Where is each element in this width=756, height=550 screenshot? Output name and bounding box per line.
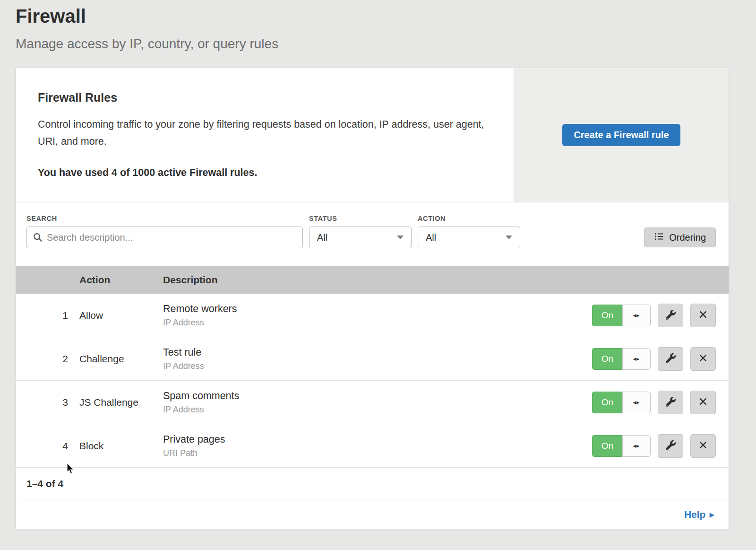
ordering-list-icon bbox=[654, 231, 664, 244]
rule-number: 3 bbox=[16, 397, 68, 408]
rule-description-title: Test rule bbox=[163, 347, 592, 358]
ordering-label: Ordering bbox=[669, 232, 706, 243]
toggle-on-label[interactable]: On bbox=[592, 348, 622, 370]
close-icon bbox=[698, 310, 708, 321]
chevron-down-icon bbox=[397, 236, 404, 239]
status-label: STATUS bbox=[309, 215, 412, 222]
action-label: ACTION bbox=[418, 215, 520, 222]
close-icon bbox=[698, 440, 708, 451]
edit-rule-button[interactable] bbox=[658, 304, 683, 327]
rule-match-type: IP Address bbox=[163, 405, 592, 415]
rule-description: Spam comments IP Address bbox=[163, 390, 592, 415]
rule-controls: On ◂▸ bbox=[592, 391, 716, 414]
section-description: Control incoming traffic to your zone by… bbox=[38, 116, 487, 150]
toggle-arrows-icon[interactable]: ◂▸ bbox=[622, 348, 651, 370]
rule-match-type: IP Address bbox=[163, 318, 592, 328]
intro-text: Firewall Rules Control incoming traffic … bbox=[16, 68, 514, 202]
page-header: Firewall Manage access by IP, country, o… bbox=[0, 0, 756, 52]
section-title: Firewall Rules bbox=[38, 91, 495, 105]
action-filter-group: ACTION All bbox=[418, 215, 520, 248]
delete-rule-button[interactable] bbox=[690, 391, 716, 414]
rule-description-title: Remote workers bbox=[163, 303, 592, 315]
toggle-on-label[interactable]: On bbox=[592, 392, 622, 413]
rule-action: JS Challenge bbox=[79, 397, 163, 408]
table-header: Action Description bbox=[16, 266, 729, 294]
usage-summary: You have used 4 of 1000 active Firewall … bbox=[38, 167, 495, 179]
rule-description: Private pages URI Path bbox=[163, 434, 592, 458]
search-icon bbox=[33, 232, 43, 244]
card-footer: Help ▸ bbox=[16, 500, 729, 529]
rule-toggle[interactable]: On ◂▸ bbox=[592, 348, 651, 370]
page-subtitle: Manage access by IP, country, or query r… bbox=[16, 36, 756, 52]
wrench-icon bbox=[666, 353, 676, 365]
table-row: 2 Challenge Test rule IP Address On ◂▸ bbox=[16, 337, 729, 381]
header-description-column: Description bbox=[163, 274, 729, 286]
filters-bar: SEARCH STATUS All ACTION All bbox=[16, 202, 729, 266]
toggle-arrows-icon[interactable]: ◂▸ bbox=[622, 392, 651, 413]
rule-match-type: IP Address bbox=[163, 361, 592, 371]
rule-toggle[interactable]: On ◂▸ bbox=[592, 305, 651, 326]
rule-number: 2 bbox=[16, 353, 68, 365]
edit-rule-button[interactable] bbox=[658, 347, 683, 371]
delete-rule-button[interactable] bbox=[690, 304, 716, 327]
header-action-column: Action bbox=[79, 274, 163, 286]
close-icon bbox=[698, 353, 708, 364]
wrench-icon bbox=[666, 440, 676, 452]
toggle-on-label[interactable]: On bbox=[592, 435, 622, 457]
toggle-arrows-icon[interactable]: ◂▸ bbox=[622, 305, 651, 326]
action-selected-value: All bbox=[426, 232, 436, 243]
intro-action-panel: Create a Firewall rule bbox=[514, 68, 729, 202]
intro-section: Firewall Rules Control incoming traffic … bbox=[16, 68, 729, 202]
status-filter-group: STATUS All bbox=[309, 215, 412, 248]
table-row: 3 JS Challenge Spam comments IP Address … bbox=[16, 381, 729, 424]
ordering-button[interactable]: Ordering bbox=[644, 227, 716, 247]
rule-number: 1 bbox=[16, 310, 68, 321]
status-selected-value: All bbox=[317, 232, 327, 243]
firewall-rules-card: Firewall Rules Control incoming traffic … bbox=[16, 68, 729, 529]
table-row: 4 Block Private pages URI Path On ◂▸ bbox=[16, 424, 729, 468]
rule-action: Challenge bbox=[79, 353, 163, 365]
rule-controls: On ◂▸ bbox=[592, 434, 716, 458]
search-filter-group: SEARCH bbox=[26, 215, 303, 248]
wrench-icon bbox=[666, 397, 676, 408]
rule-action: Allow bbox=[79, 310, 163, 321]
rule-description: Test rule IP Address bbox=[163, 347, 592, 371]
table-row: 1 Allow Remote workers IP Address On ◂▸ bbox=[16, 294, 729, 337]
help-link[interactable]: Help ▸ bbox=[684, 509, 714, 520]
help-label: Help bbox=[684, 509, 706, 520]
search-label: SEARCH bbox=[26, 215, 303, 222]
create-firewall-rule-button[interactable]: Create a Firewall rule bbox=[562, 124, 680, 146]
chevron-right-icon: ▸ bbox=[709, 509, 714, 520]
rule-description-title: Private pages bbox=[163, 434, 592, 445]
status-select[interactable]: All bbox=[309, 227, 412, 248]
delete-rule-button[interactable] bbox=[690, 434, 716, 458]
rule-controls: On ◂▸ bbox=[592, 347, 716, 371]
delete-rule-button[interactable] bbox=[690, 347, 716, 371]
close-icon bbox=[698, 397, 708, 408]
edit-rule-button[interactable] bbox=[658, 434, 683, 458]
wrench-icon bbox=[666, 310, 676, 321]
rule-toggle[interactable]: On ◂▸ bbox=[592, 435, 651, 457]
rule-controls: On ◂▸ bbox=[592, 304, 716, 327]
search-input[interactable] bbox=[26, 227, 303, 248]
rule-action: Block bbox=[79, 440, 163, 452]
rule-number: 4 bbox=[16, 440, 68, 452]
toggle-on-label[interactable]: On bbox=[592, 305, 622, 326]
rule-toggle[interactable]: On ◂▸ bbox=[592, 392, 651, 413]
rule-description: Remote workers IP Address bbox=[163, 303, 592, 328]
chevron-down-icon bbox=[506, 236, 512, 239]
edit-rule-button[interactable] bbox=[658, 391, 683, 414]
toggle-arrows-icon[interactable]: ◂▸ bbox=[622, 435, 651, 457]
page-title: Firewall bbox=[16, 6, 756, 27]
pagination-status: 1–4 of 4 bbox=[16, 468, 729, 500]
rule-match-type: URI Path bbox=[163, 448, 592, 458]
action-select[interactable]: All bbox=[418, 227, 520, 248]
rule-description-title: Spam comments bbox=[163, 390, 592, 402]
